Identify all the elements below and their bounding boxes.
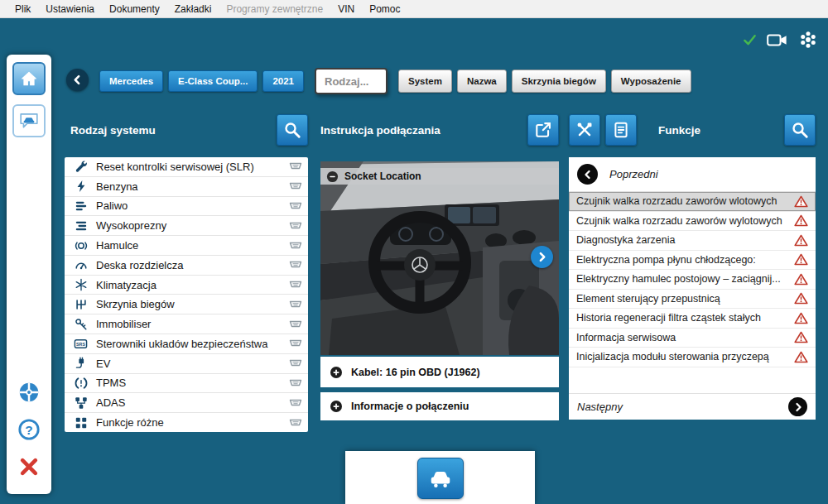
- function-row[interactable]: Czujnik walka rozrzadu zaworów wlotowych: [569, 192, 816, 212]
- function-row[interactable]: Historia regeneracji filtra cząstek stał…: [569, 309, 816, 329]
- vehicle-select-button[interactable]: [12, 104, 46, 137]
- sidebar: [7, 55, 51, 494]
- connection-info-section-header[interactable]: Informacje o połączeniu: [320, 392, 559, 420]
- model-button[interactable]: E-Class Coup...: [168, 70, 258, 92]
- back-button[interactable]: [66, 69, 89, 91]
- bottom-toolbar: [345, 451, 535, 504]
- system-row[interactable]: Reset kontrolki serwisowej (SLR): [65, 157, 308, 177]
- export-icon: [534, 121, 552, 139]
- system-type-filter-input[interactable]: Rodzaj...: [315, 68, 388, 94]
- function-label: Czujnik walka rozrzadu zaworów wylotowyc…: [576, 215, 782, 227]
- function-label: Diagnostyka żarzenia: [576, 234, 676, 246]
- ev-icon: [70, 357, 91, 370]
- connector-icon: [289, 161, 302, 172]
- expand-plus-icon: [330, 366, 343, 379]
- system-row[interactable]: Sterowniki układów bezpieczeństwa: [65, 334, 308, 354]
- report-button[interactable]: [605, 114, 637, 146]
- menu-plik[interactable]: Plik: [7, 1, 38, 17]
- function-row[interactable]: Elektryczna pompa płynu chłodzącego:: [569, 251, 816, 271]
- connector-icon: [289, 377, 302, 389]
- open-external-button[interactable]: [527, 114, 559, 146]
- adas-icon: [70, 396, 91, 410]
- system-row[interactable]: Benzyna: [65, 177, 308, 197]
- connector-icon: [289, 358, 302, 369]
- misc-functions-icon: [70, 416, 91, 430]
- connector-icon: [289, 279, 302, 290]
- camera-icon[interactable]: [767, 32, 788, 48]
- function-row[interactable]: Element sterujący przepustnicą: [569, 290, 816, 310]
- system-row-label: Hamulce: [96, 239, 138, 252]
- system-row[interactable]: TPMS: [65, 374, 308, 394]
- system-row[interactable]: Klimatyzacja: [65, 276, 308, 295]
- connection-settings-button[interactable]: [12, 376, 46, 409]
- function-label: Czujnik walka rozrzadu zaworów wlotowych: [576, 195, 777, 207]
- filter-system-button[interactable]: System: [398, 70, 452, 93]
- system-row[interactable]: Funkcje różne: [65, 413, 308, 432]
- connector-icon: [289, 220, 302, 232]
- filter-wyposazenie-button[interactable]: Wyposażenie: [611, 70, 691, 93]
- year-button[interactable]: 2021: [262, 70, 304, 92]
- function-row[interactable]: Inicjalizacja modułu sterowania przyczep…: [569, 348, 816, 367]
- menu-ustawienia[interactable]: Ustawienia: [38, 1, 102, 17]
- system-row-label: EV: [96, 358, 110, 370]
- function-row[interactable]: Elektryczny hamulec postojowy – zaciągni…: [569, 270, 816, 290]
- next-photo-button[interactable]: [531, 246, 553, 268]
- help-button[interactable]: [12, 413, 46, 446]
- system-row[interactable]: ADAS: [65, 393, 308, 413]
- cable-section-label: Kabel: 16 pin OBD (J1962): [351, 367, 480, 378]
- system-row[interactable]: Hamulce: [65, 236, 308, 256]
- system-row-label: Deska rozdzielcza: [96, 259, 184, 271]
- function-row[interactable]: Informacja serwisowa: [569, 329, 816, 348]
- close-icon: [18, 456, 40, 478]
- system-row[interactable]: Paliwo: [65, 197, 308, 217]
- socket-location-label: Socket Location: [344, 170, 421, 182]
- home-icon: [20, 70, 38, 88]
- system-panel-title: Rodzaj systemu: [70, 124, 156, 137]
- previous-page-button[interactable]: [577, 164, 598, 185]
- menu-dokumenty[interactable]: Dokumenty: [102, 1, 167, 17]
- filter-skrzynia-button[interactable]: Skrzynia biegów: [512, 70, 606, 93]
- function-label: Inicjalizacja modułu sterowania przyczep…: [576, 351, 769, 362]
- connector-icon: [289, 417, 302, 429]
- next-label: Następny: [577, 401, 623, 413]
- system-row[interactable]: Skrzynia biegów: [65, 295, 308, 314]
- menu-vin[interactable]: VIN: [330, 1, 362, 17]
- function-row[interactable]: Diagnostyka żarzenia: [569, 231, 816, 251]
- exit-button[interactable]: [12, 450, 46, 483]
- warning-icon: [794, 195, 808, 208]
- previous-page-row[interactable]: Poprzedni: [569, 157, 816, 192]
- next-page-button[interactable]: [788, 397, 807, 416]
- filter-nazwa-button[interactable]: Nazwa: [457, 70, 507, 93]
- wheel-icon: [17, 381, 41, 404]
- settings-gear-icon[interactable]: [798, 30, 818, 50]
- report-icon: [612, 121, 630, 139]
- next-page-row[interactable]: Następny: [569, 393, 816, 420]
- system-row[interactable]: EV: [65, 354, 308, 374]
- system-row-label: TPMS: [96, 377, 126, 389]
- system-row-label: Paliwo: [96, 199, 128, 212]
- tools-icon: [575, 121, 594, 139]
- functions-list: Poprzedni Czujnik walka rozrzadu zaworów…: [569, 157, 816, 420]
- function-row[interactable]: Czujnik walka rozrzadu zaworów wylotowyc…: [569, 212, 816, 232]
- functions-search-button[interactable]: [784, 114, 816, 146]
- brand-button[interactable]: Mercedes: [99, 70, 163, 92]
- system-row[interactable]: Deska rozdzielcza: [65, 256, 308, 276]
- system-row-label: Skrzynia biegów: [96, 298, 175, 310]
- vehicle-home-button[interactable]: [417, 458, 464, 499]
- menu-pomoc[interactable]: Pomoc: [362, 1, 407, 17]
- system-row-label: Wysokoprezny: [96, 219, 166, 232]
- system-search-button[interactable]: [277, 114, 308, 146]
- car-interior-illustration: [320, 161, 559, 355]
- menu-programy-zewnetrzne: Programy zewnętrzne: [219, 1, 330, 17]
- system-row[interactable]: Wysokoprezny: [65, 216, 308, 236]
- instruction-panel-header: Instrukcja podłączania: [320, 114, 559, 146]
- diesel-icon: [70, 219, 91, 233]
- tools-button[interactable]: [569, 114, 600, 146]
- home-button[interactable]: [12, 62, 46, 95]
- socket-location-section-header[interactable]: Socket Location: [320, 168, 559, 185]
- system-row[interactable]: Immobiliser: [65, 314, 308, 334]
- menu-zakladki[interactable]: Zakładki: [167, 1, 219, 17]
- srs-icon: [70, 337, 91, 351]
- cable-section-header[interactable]: Kabel: 16 pin OBD (J1962): [320, 357, 559, 387]
- function-label: Informacja serwisowa: [576, 332, 676, 343]
